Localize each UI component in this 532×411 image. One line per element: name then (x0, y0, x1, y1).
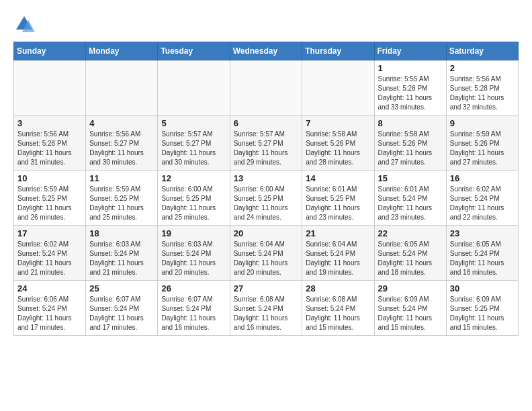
calendar-day-cell: 5Sunrise: 5:57 AM Sunset: 5:27 PM Daylig… (158, 116, 230, 171)
calendar-day-cell: 9Sunrise: 5:59 AM Sunset: 5:26 PM Daylig… (446, 116, 518, 171)
day-info: Sunrise: 6:06 AM Sunset: 5:24 PM Dayligh… (17, 295, 82, 332)
day-number: 8 (378, 118, 443, 128)
day-number: 24 (17, 283, 82, 293)
day-info: Sunrise: 5:58 AM Sunset: 5:26 PM Dayligh… (378, 130, 443, 167)
day-number: 7 (306, 118, 370, 128)
calendar-day-cell: 13Sunrise: 6:00 AM Sunset: 5:25 PM Dayli… (230, 171, 302, 226)
logo (13, 13, 39, 35)
day-number: 13 (234, 173, 299, 183)
calendar-day-cell: 10Sunrise: 5:59 AM Sunset: 5:25 PM Dayli… (14, 171, 86, 226)
header (13, 13, 519, 35)
calendar-day-cell: 8Sunrise: 5:58 AM Sunset: 5:26 PM Daylig… (374, 116, 446, 171)
day-number: 12 (161, 173, 226, 183)
day-info: Sunrise: 6:09 AM Sunset: 5:25 PM Dayligh… (450, 295, 515, 332)
day-number: 25 (89, 283, 154, 293)
calendar-day-cell (302, 60, 374, 116)
calendar-day-cell: 29Sunrise: 6:09 AM Sunset: 5:24 PM Dayli… (374, 281, 446, 336)
day-number: 27 (234, 283, 299, 293)
day-number: 29 (378, 283, 443, 293)
day-info: Sunrise: 6:04 AM Sunset: 5:24 PM Dayligh… (234, 240, 299, 277)
day-info: Sunrise: 5:58 AM Sunset: 5:26 PM Dayligh… (306, 130, 370, 167)
calendar-week-row: 24Sunrise: 6:06 AM Sunset: 5:24 PM Dayli… (14, 281, 519, 336)
day-info: Sunrise: 5:56 AM Sunset: 5:28 PM Dayligh… (450, 75, 515, 112)
day-number: 21 (306, 228, 370, 238)
calendar-week-row: 17Sunrise: 6:02 AM Sunset: 5:24 PM Dayli… (14, 226, 519, 281)
calendar-day-cell (86, 60, 158, 116)
day-number: 17 (17, 228, 82, 238)
weekday-header: Saturday (446, 42, 518, 60)
calendar-week-row: 1Sunrise: 5:55 AM Sunset: 5:28 PM Daylig… (14, 60, 519, 116)
day-info: Sunrise: 6:05 AM Sunset: 5:24 PM Dayligh… (378, 240, 443, 277)
calendar-day-cell: 12Sunrise: 6:00 AM Sunset: 5:25 PM Dayli… (158, 171, 230, 226)
day-info: Sunrise: 6:03 AM Sunset: 5:24 PM Dayligh… (161, 240, 226, 277)
day-number: 19 (161, 228, 226, 238)
calendar-day-cell: 6Sunrise: 5:57 AM Sunset: 5:27 PM Daylig… (230, 116, 302, 171)
day-info: Sunrise: 5:57 AM Sunset: 5:27 PM Dayligh… (234, 130, 299, 167)
day-info: Sunrise: 6:00 AM Sunset: 5:25 PM Dayligh… (161, 185, 226, 222)
calendar-day-cell: 2Sunrise: 5:56 AM Sunset: 5:28 PM Daylig… (446, 60, 518, 116)
day-number: 3 (17, 118, 82, 128)
calendar-day-cell: 16Sunrise: 6:02 AM Sunset: 5:24 PM Dayli… (446, 171, 518, 226)
day-number: 9 (450, 118, 515, 128)
day-info: Sunrise: 6:09 AM Sunset: 5:24 PM Dayligh… (378, 295, 443, 332)
calendar-day-cell: 22Sunrise: 6:05 AM Sunset: 5:24 PM Dayli… (374, 226, 446, 281)
weekday-header: Monday (86, 42, 158, 60)
day-info: Sunrise: 6:08 AM Sunset: 5:24 PM Dayligh… (234, 295, 299, 332)
calendar-day-cell: 21Sunrise: 6:04 AM Sunset: 5:24 PM Dayli… (302, 226, 374, 281)
calendar-day-cell: 24Sunrise: 6:06 AM Sunset: 5:24 PM Dayli… (14, 281, 86, 336)
calendar-day-cell: 20Sunrise: 6:04 AM Sunset: 5:24 PM Dayli… (230, 226, 302, 281)
calendar-day-cell: 11Sunrise: 5:59 AM Sunset: 5:25 PM Dayli… (86, 171, 158, 226)
day-number: 6 (234, 118, 299, 128)
calendar-day-cell: 23Sunrise: 6:05 AM Sunset: 5:24 PM Dayli… (446, 226, 518, 281)
day-number: 11 (89, 173, 154, 183)
day-info: Sunrise: 6:01 AM Sunset: 5:25 PM Dayligh… (306, 185, 370, 222)
calendar-day-cell: 7Sunrise: 5:58 AM Sunset: 5:26 PM Daylig… (302, 116, 374, 171)
weekday-header: Tuesday (158, 42, 230, 60)
header-row: SundayMondayTuesdayWednesdayThursdayFrid… (14, 42, 519, 60)
calendar-day-cell (158, 60, 230, 116)
weekday-header: Wednesday (230, 42, 302, 60)
calendar-header: SundayMondayTuesdayWednesdayThursdayFrid… (14, 42, 519, 60)
weekday-header: Thursday (302, 42, 374, 60)
day-info: Sunrise: 6:00 AM Sunset: 5:25 PM Dayligh… (234, 185, 299, 222)
calendar-day-cell: 14Sunrise: 6:01 AM Sunset: 5:25 PM Dayli… (302, 171, 374, 226)
day-info: Sunrise: 5:57 AM Sunset: 5:27 PM Dayligh… (161, 130, 226, 167)
weekday-header: Sunday (14, 42, 86, 60)
calendar-day-cell: 1Sunrise: 5:55 AM Sunset: 5:28 PM Daylig… (374, 60, 446, 116)
day-info: Sunrise: 5:56 AM Sunset: 5:27 PM Dayligh… (89, 130, 154, 167)
day-number: 28 (306, 283, 370, 293)
day-info: Sunrise: 6:07 AM Sunset: 5:24 PM Dayligh… (89, 295, 154, 332)
calendar-week-row: 10Sunrise: 5:59 AM Sunset: 5:25 PM Dayli… (14, 171, 519, 226)
day-number: 15 (378, 173, 443, 183)
calendar-day-cell: 27Sunrise: 6:08 AM Sunset: 5:24 PM Dayli… (230, 281, 302, 336)
day-number: 5 (161, 118, 226, 128)
day-number: 26 (161, 283, 226, 293)
day-number: 20 (234, 228, 299, 238)
calendar-day-cell: 28Sunrise: 6:08 AM Sunset: 5:24 PM Dayli… (302, 281, 374, 336)
day-number: 2 (450, 63, 515, 73)
day-info: Sunrise: 6:02 AM Sunset: 5:24 PM Dayligh… (17, 240, 82, 277)
calendar: SundayMondayTuesdayWednesdayThursdayFrid… (13, 42, 519, 336)
day-number: 23 (450, 228, 515, 238)
calendar-day-cell: 26Sunrise: 6:07 AM Sunset: 5:24 PM Dayli… (158, 281, 230, 336)
calendar-day-cell: 15Sunrise: 6:01 AM Sunset: 5:24 PM Dayli… (374, 171, 446, 226)
day-number: 16 (450, 173, 515, 183)
calendar-day-cell: 30Sunrise: 6:09 AM Sunset: 5:25 PM Dayli… (446, 281, 518, 336)
day-info: Sunrise: 5:59 AM Sunset: 5:25 PM Dayligh… (17, 185, 82, 222)
day-number: 18 (89, 228, 154, 238)
calendar-day-cell: 17Sunrise: 6:02 AM Sunset: 5:24 PM Dayli… (14, 226, 86, 281)
day-number: 30 (450, 283, 515, 293)
day-info: Sunrise: 6:02 AM Sunset: 5:24 PM Dayligh… (450, 185, 515, 222)
calendar-day-cell: 18Sunrise: 6:03 AM Sunset: 5:24 PM Dayli… (86, 226, 158, 281)
calendar-body: 1Sunrise: 5:55 AM Sunset: 5:28 PM Daylig… (14, 60, 519, 336)
day-number: 22 (378, 228, 443, 238)
calendar-day-cell: 4Sunrise: 5:56 AM Sunset: 5:27 PM Daylig… (86, 116, 158, 171)
day-info: Sunrise: 5:59 AM Sunset: 5:26 PM Dayligh… (450, 130, 515, 167)
day-number: 14 (306, 173, 370, 183)
calendar-day-cell: 19Sunrise: 6:03 AM Sunset: 5:24 PM Dayli… (158, 226, 230, 281)
calendar-day-cell: 3Sunrise: 5:56 AM Sunset: 5:28 PM Daylig… (14, 116, 86, 171)
day-info: Sunrise: 6:01 AM Sunset: 5:24 PM Dayligh… (378, 185, 443, 222)
day-info: Sunrise: 6:03 AM Sunset: 5:24 PM Dayligh… (89, 240, 154, 277)
day-info: Sunrise: 5:56 AM Sunset: 5:28 PM Dayligh… (17, 130, 82, 167)
calendar-day-cell (230, 60, 302, 116)
